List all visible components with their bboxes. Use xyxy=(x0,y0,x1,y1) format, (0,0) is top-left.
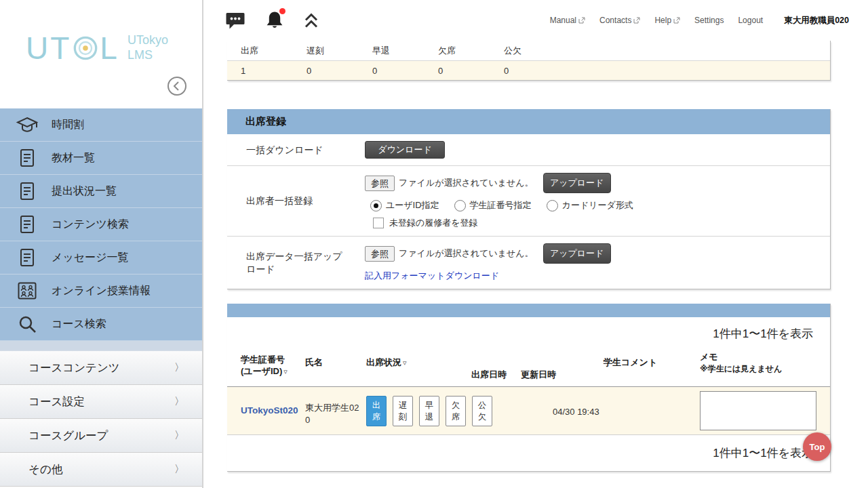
logged-in-user[interactable]: 東大用教職員020 xyxy=(784,15,849,26)
radio-option-card-reader[interactable]: カードリーダ形式 xyxy=(547,199,633,211)
sidebar-item-course-group[interactable]: コースグループ 〉 xyxy=(0,419,202,453)
logo-area: UT L UTokyo LMS xyxy=(0,0,202,108)
summary-header-early-leave: 早退 xyxy=(359,45,425,57)
status-button-late[interactable]: 遅刻 xyxy=(393,396,413,426)
status-button-present[interactable]: 出席 xyxy=(366,396,387,426)
sidebar-item-label: メッセージ一覧 xyxy=(52,251,129,265)
row-label: 一括ダウンロード xyxy=(227,144,365,156)
summary-header-excused: 公欠 xyxy=(490,45,556,57)
column-header-update-date: 更新日時 xyxy=(521,369,556,381)
submenu-label: その他 xyxy=(28,462,62,477)
summary-header-late: 遅刻 xyxy=(293,45,359,57)
sidebar-collapse-button[interactable] xyxy=(167,76,187,96)
column-header-attend-date: 出席日時 xyxy=(471,369,507,381)
result-count-bottom: 1件中1〜1件を表示 xyxy=(713,445,813,461)
student-name: 東大用学生020 xyxy=(305,402,362,426)
column-header-student-id[interactable]: 学生証番号 (ユーザID)▿ xyxy=(241,354,288,378)
manual-link[interactable]: Manual xyxy=(550,16,585,25)
search-icon xyxy=(12,314,42,333)
status-button-excused[interactable]: 公欠 xyxy=(472,396,492,426)
settings-link[interactable]: Settings xyxy=(694,16,724,25)
sidebar-item-timetable[interactable]: 時間割 xyxy=(0,108,202,142)
sidebar-item-course-search[interactable]: コース検索 xyxy=(0,308,202,341)
summary-header-absent: 欠席 xyxy=(425,45,490,57)
student-id-link[interactable]: UTokyoSt020 xyxy=(241,405,298,415)
register-unenrolled-option[interactable]: 未登録の履修者を登録 xyxy=(365,217,830,229)
submenu-label: コースコンテンツ xyxy=(28,361,120,375)
student-row: UTokyoSt020 東大用学生020 出席 遅刻 早退 欠席 公欠 04/3… xyxy=(227,387,830,435)
notifications-bell-icon[interactable] xyxy=(264,10,285,30)
summary-header-present: 出席 xyxy=(227,45,293,57)
logo-text-l: L xyxy=(100,30,119,66)
checkbox[interactable] xyxy=(373,218,384,228)
column-header-name: 氏名 xyxy=(305,357,323,369)
download-button[interactable]: ダウンロード xyxy=(365,141,445,159)
contacts-link[interactable]: Contacts xyxy=(599,16,640,25)
sidebar-item-messages[interactable]: メッセージ一覧 xyxy=(0,241,202,274)
sidebar-item-label: コンテンツ検索 xyxy=(52,218,129,232)
upload-button[interactable]: アップロード xyxy=(543,173,611,193)
sidebar-item-label: コース検索 xyxy=(52,317,106,331)
utol-logo: UT L UTokyo LMS xyxy=(26,30,168,66)
attendance-register-section: 出席登録 一括ダウンロード ダウンロード 出席者一括登録 参照 ファイルが選択さ… xyxy=(227,109,831,289)
radio-button[interactable] xyxy=(454,200,466,211)
chat-icon[interactable] xyxy=(225,12,245,30)
sidebar-item-label: 時間割 xyxy=(52,118,84,132)
document-icon xyxy=(12,215,42,234)
chevron-right-icon: 〉 xyxy=(174,395,184,408)
help-link[interactable]: Help xyxy=(654,16,680,25)
status-button-absent[interactable]: 欠席 xyxy=(446,396,466,426)
chevron-right-icon: 〉 xyxy=(174,429,184,442)
radio-button[interactable] xyxy=(547,200,558,211)
graduation-cap-icon xyxy=(12,116,42,134)
radio-button[interactable] xyxy=(370,200,382,211)
sidebar-item-online-class-info[interactable]: オンライン授業情報 xyxy=(0,274,202,308)
radio-option-student-number[interactable]: 学生証番号指定 xyxy=(454,199,532,211)
document-icon xyxy=(12,182,42,201)
sidebar: UT L UTokyo LMS 時間割 xyxy=(0,0,203,488)
topbar-links: Manual Contacts Help Settings Logout 東大用… xyxy=(550,15,849,26)
sidebar-course-menu: コースコンテンツ 〉 コース設定 〉 コースグループ 〉 その他 〉 xyxy=(0,351,202,487)
summary-value-absent: 0 xyxy=(425,66,490,76)
column-header-memo: メモ ※学生には見えません xyxy=(700,352,782,375)
sidebar-item-course-contents[interactable]: コースコンテンツ 〉 xyxy=(0,351,202,385)
attendance-summary-table: 出席 遅刻 早退 欠席 公欠 1 0 0 0 0 xyxy=(227,41,831,81)
attendance-timestamp: 04/30 19:43 xyxy=(553,407,599,417)
section-header-bar xyxy=(227,304,830,317)
sidebar-item-submissions[interactable]: 提出状況一覧 xyxy=(0,175,202,208)
submenu-label: コースグループ xyxy=(28,428,108,443)
browse-file-button[interactable]: 参照 xyxy=(365,176,395,191)
column-header-status[interactable]: 出席状況▿ xyxy=(366,357,407,369)
sort-icon: ▿ xyxy=(283,367,288,375)
sidebar-item-label: 教材一覧 xyxy=(52,151,95,165)
scroll-to-top-button[interactable]: Top xyxy=(803,432,831,461)
external-link-icon xyxy=(578,17,585,24)
collapse-up-icon[interactable] xyxy=(304,12,319,29)
sidebar-item-others[interactable]: その他 〉 xyxy=(0,453,202,487)
sidebar-item-course-settings[interactable]: コース設定 〉 xyxy=(0,385,202,419)
summary-values-row: 1 0 0 0 0 xyxy=(227,60,830,80)
status-button-early-leave[interactable]: 早退 xyxy=(419,396,439,426)
summary-header-row: 出席 遅刻 早退 欠席 公欠 xyxy=(227,41,830,60)
memo-textarea[interactable] xyxy=(700,391,816,430)
sidebar-item-content-search[interactable]: コンテンツ検索 xyxy=(0,208,202,241)
logout-link[interactable]: Logout xyxy=(738,16,763,25)
no-file-selected-text: ファイルが選択されていません。 xyxy=(399,247,534,260)
arrow-left-circle-icon xyxy=(167,76,187,96)
upload-button[interactable]: アップロード xyxy=(543,243,611,264)
sidebar-menu: 時間割 教材一覧 提出状況一覧 コンテンツ検索 メッセージ一覧 xyxy=(0,108,202,341)
section-title: 出席登録 xyxy=(227,109,830,134)
student-attendance-section: 1件中1〜1件を表示 学生証番号 (ユーザID)▿ 氏名 出席状況▿ 出席日時 … xyxy=(227,304,831,472)
external-link-icon xyxy=(633,17,640,24)
sidebar-item-materials[interactable]: 教材一覧 xyxy=(0,142,202,175)
summary-value-late: 0 xyxy=(293,66,359,76)
logo-text-ut: UT xyxy=(26,30,71,66)
sort-icon: ▿ xyxy=(403,359,407,367)
sidebar-item-label: 提出状況一覧 xyxy=(52,184,117,199)
browse-file-button[interactable]: 参照 xyxy=(365,246,395,262)
students-table-header: 学生証番号 (ユーザID)▿ 氏名 出席状況▿ 出席日時 更新日時 学生コメント… xyxy=(227,348,830,387)
sidebar-divider xyxy=(0,341,202,351)
format-download-link[interactable]: 記入用フォーマットダウンロード xyxy=(365,270,499,282)
id-type-radio-group: ユーザID指定 学生証番号指定 カードリーダ形式 xyxy=(365,199,830,211)
radio-option-user-id[interactable]: ユーザID指定 xyxy=(370,199,439,211)
